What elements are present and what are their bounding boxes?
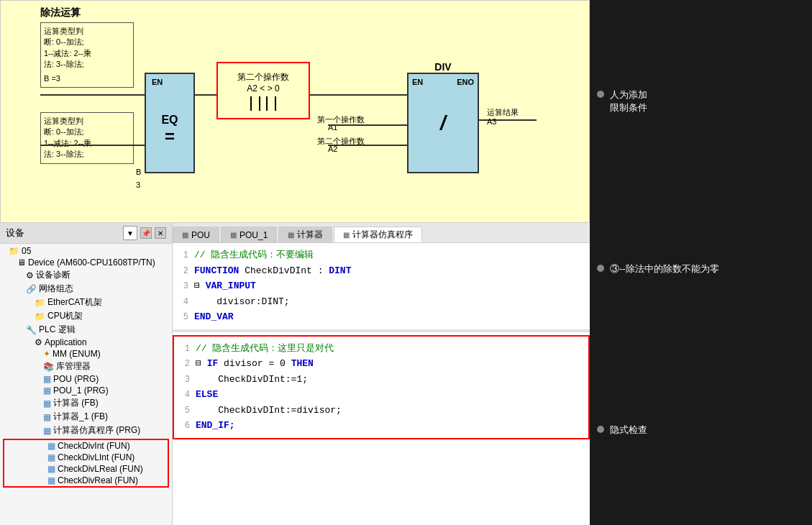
annotation-text-2: ③--除法中的除数不能为零 <box>610 262 719 275</box>
div-symbol: / <box>440 111 446 134</box>
device-panel-title: 设备 <box>6 227 24 239</box>
contact-2 <box>266 96 276 111</box>
plc-icon: 🔧 <box>26 325 37 335</box>
tab-pou1[interactable]: ▦ POU_1 <box>221 227 277 242</box>
lower-code-line-5: 5 CheckDivDInt:=divisor; <box>174 403 588 419</box>
left-annotation-box-1: 运算类型判 断: 0--加法; 1--减法: 2--乘 法: 3--除法; B … <box>40 22 134 88</box>
div-en-label: EN <box>412 78 423 86</box>
tree-item-checkreal[interactable]: ▦ CheckDivReal (FUN) <box>4 475 168 486</box>
ethercat-folder-icon: 📁 <box>35 298 45 308</box>
first-operand-label: 第一个操作数 <box>317 114 365 125</box>
fun-icon-2: ▦ <box>47 452 55 462</box>
lower-code-content-3: CheckDivDInt:=1; <box>196 373 588 387</box>
lower-line-num-2: 2 <box>174 357 196 370</box>
tree-item-calc[interactable]: ▦ 计算器 (FB) <box>0 396 172 410</box>
lib-icon: 📚 <box>43 362 54 372</box>
line-num-2: 2 <box>173 265 194 278</box>
tree-item-mm[interactable]: ✦ MM (ENUM) <box>0 348 172 360</box>
code-line-5: 5 END_VAR <box>173 309 590 325</box>
tree-item-checkdivint[interactable]: ▦ CheckDivInt (FUN) <box>4 440 168 452</box>
lower-line-num-5: 5 <box>174 404 196 417</box>
pou1-icon: ▦ <box>43 385 51 396</box>
line-num-5: 5 <box>173 311 194 324</box>
code-line-3: 3 ⊟ VAR_INPUT <box>173 278 590 294</box>
ide-area: 设备 ▼ 📌 ✕ 📁 05 🖥 Device (AM600-CPU1608TP/… <box>0 223 590 525</box>
second-operand-title: 第二个操作数 <box>237 71 289 83</box>
lower-code-line-2: 2 ⊟ IF divisor = 0 THEN <box>174 356 588 372</box>
code-separator <box>173 329 590 332</box>
yunsuanjieguo-label: 运算结果 <box>487 107 519 118</box>
lower-code-content-2: ⊟ IF divisor = 0 THEN <box>196 357 588 371</box>
tab-bar: ▦ POU ▦ POU_1 ▦ 计算器 ▦ 计算器仿真程序 <box>173 223 590 243</box>
pou1-tab-icon: ▦ <box>230 231 237 239</box>
cpu-folder-icon: 📁 <box>35 311 45 321</box>
code-content-5: END_VAR <box>194 310 590 324</box>
code-content-1: // 隐含生成代码：不要编辑 <box>194 248 590 262</box>
tree-item-lib[interactable]: 📚 库管理器 <box>0 360 172 373</box>
gear-icon: ⚙ <box>26 270 34 280</box>
diagram-title: 除法运算 <box>40 6 81 19</box>
device-icon: 🖥 <box>17 257 26 268</box>
code-editor-panel: ▦ POU ▦ POU_1 ▦ 计算器 ▦ 计算器仿真程序 1 // 隐含生成代… <box>173 223 590 525</box>
tree-item-device[interactable]: 🖥 Device (AM600-CPU1608TP/TN) <box>0 257 172 268</box>
second-operand-condition: A2 < > 0 <box>247 83 279 93</box>
div-block: EN ENO DIV / <box>407 73 479 173</box>
calcsim-tab-icon: ▦ <box>343 231 350 239</box>
tab-calcsim[interactable]: ▦ 计算器仿真程序 <box>334 227 422 242</box>
pou-icon: ▦ <box>43 374 51 384</box>
lower-code-content-4: ELSE <box>196 388 588 402</box>
network-icon: 🔗 <box>26 284 37 294</box>
panel-pin-btn[interactable]: 📌 <box>140 227 152 239</box>
lower-code-content-5: CheckDivDInt:=divisor; <box>196 403 588 418</box>
lower-code-block-red: 1 // 隐含生成代码：这里只是对代 2 ⊟ IF divisor = 0 TH… <box>173 335 590 439</box>
annotation-text-1: 人为添加 限制条件 <box>610 88 647 114</box>
panel-dropdown-btn[interactable]: ▼ <box>123 226 137 240</box>
line-num-4: 4 <box>173 296 194 309</box>
tree-item-pou1[interactable]: ▦ POU_1 (PRG) <box>0 385 172 396</box>
line-num-1: 1 <box>173 249 194 262</box>
code-content-4: divisor:DINT; <box>194 295 590 309</box>
panel-close-btn[interactable]: ✕ <box>155 227 166 239</box>
fun-icon-4: ▦ <box>47 475 55 485</box>
lower-code-line-4: 4 ELSE <box>174 387 588 403</box>
app-icon: ⚙ <box>35 337 42 347</box>
code-content-2: FUNCTION CheckDivDInt : DINT <box>194 264 590 278</box>
second-operand-box: 第二个操作数 A2 < > 0 <box>216 62 310 119</box>
annotation-item-2: ③--除法中的除数不能为零 <box>597 262 805 275</box>
tab-calc[interactable]: ▦ 计算器 <box>278 227 332 242</box>
lower-code-content-6: END_IF; <box>196 419 588 433</box>
tree-item-checklreal[interactable]: ▦ CheckDivLReal (FUN) <box>4 463 168 475</box>
tree-item-diag[interactable]: ⚙ 设备诊断 <box>0 268 172 282</box>
contact-1 <box>250 96 260 111</box>
tree-item-plc[interactable]: 🔧 PLC 逻辑 <box>0 323 172 337</box>
lower-line-num-4: 4 <box>174 388 196 401</box>
fun-icon-1: ▦ <box>47 441 55 451</box>
folder-icon: 📁 <box>9 246 19 256</box>
diagram-area: 除法运算 运算类型判 断: 0--加法; 1--减法: 2--乘 法: 3--除… <box>0 0 590 223</box>
device-panel: 设备 ▼ 📌 ✕ 📁 05 🖥 Device (AM600-CPU1608TP/… <box>0 223 173 525</box>
wire-top-left <box>40 94 145 96</box>
calc-tab-icon: ▦ <box>288 231 294 239</box>
annotation-item-1: 人为添加 限制条件 <box>597 88 805 114</box>
tab-pou[interactable]: ▦ POU <box>173 227 219 242</box>
tree-item-os[interactable]: 📁 05 <box>0 245 172 257</box>
div-eno-label: ENO <box>457 78 474 86</box>
lower-code-content-1: // 隐含生成代码：这里只是对代 <box>196 342 588 356</box>
tree-item-network[interactable]: 🔗 网络组态 <box>0 282 172 296</box>
contact-symbols <box>250 96 276 111</box>
right-annotation-panel: 人为添加 限制条件 ③--除法中的除数不能为零 隐式检查 <box>590 0 812 525</box>
a3-label: A3 <box>487 117 496 126</box>
tree-item-ethercat[interactable]: 📁 EtherCAT机架 <box>0 296 172 309</box>
code-line-4: 4 divisor:DINT; <box>173 294 590 310</box>
lower-code-block: 1 // 隐含生成代码：这里只是对代 2 ⊟ IF divisor = 0 TH… <box>174 337 588 438</box>
tree-item-pou[interactable]: ▦ POU (PRG) <box>0 373 172 385</box>
tree-item-calc1[interactable]: ▦ 计算器_1 (FB) <box>0 410 172 424</box>
tree-item-application[interactable]: ⚙ Application <box>0 337 172 348</box>
eq-block: EN EQ = <box>145 73 195 173</box>
pou-tab-icon: ▦ <box>182 231 188 239</box>
eq-label: EQ <box>161 114 178 127</box>
code-content-3: ⊟ VAR_INPUT <box>194 279 590 293</box>
tree-item-calcsim[interactable]: ▦ 计算器仿真程序 (PRG) <box>0 424 172 437</box>
tree-item-checklint[interactable]: ▦ CheckDivLInt (FUN) <box>4 452 168 463</box>
tree-item-cpu[interactable]: 📁 CPU机架 <box>0 309 172 323</box>
